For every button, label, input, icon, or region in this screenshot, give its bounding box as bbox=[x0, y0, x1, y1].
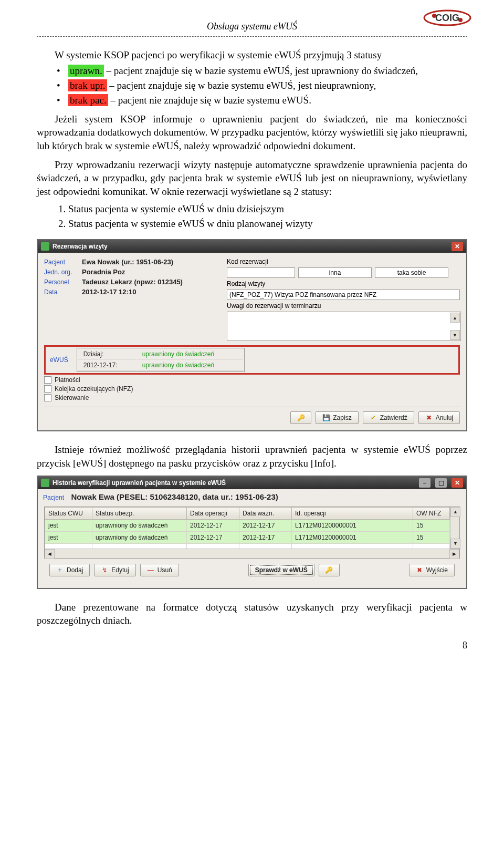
check-icon: ✔ bbox=[370, 414, 377, 421]
col-data-operacji[interactable]: Data operacji bbox=[187, 507, 239, 519]
bullet-status-brak-pac: brak pac. – pacjent nie znajduje się w b… bbox=[68, 95, 467, 106]
edit-icon: ↯ bbox=[101, 566, 108, 574]
label-personel: Personel bbox=[44, 278, 78, 286]
minimize-icon[interactable]: – bbox=[419, 478, 430, 488]
plus-icon: ＋ bbox=[56, 566, 64, 574]
bullet-status-brak-upr: brak upr. – pacjent znajduje się w bazie… bbox=[68, 80, 467, 91]
ewus-today-label: Dzisiaj: bbox=[78, 349, 136, 359]
platnosci-checkbox[interactable] bbox=[44, 376, 51, 384]
reservation-title: Rezerwacja wizyty bbox=[52, 243, 108, 250]
key-button[interactable]: 🔑 bbox=[290, 411, 311, 424]
ewus-date-value: uprawniony do świadczeń bbox=[137, 360, 243, 370]
wyjscie-button[interactable]: ✖Wyjście bbox=[409, 564, 455, 576]
usun-button[interactable]: —Usuń bbox=[140, 564, 179, 576]
reservation-titlebar[interactable]: Rezerwacja wizyty ✕ bbox=[38, 240, 466, 253]
history-window: Historia weryfikacji uprawnień pacjenta … bbox=[37, 476, 467, 589]
inna-input[interactable] bbox=[298, 267, 372, 278]
scroll-up-icon[interactable]: ▲ bbox=[450, 507, 460, 517]
window-icon bbox=[41, 242, 49, 251]
kolejka-label: Kolejka oczekujących (NFZ) bbox=[55, 385, 133, 392]
ewus-today-value: uprawniony do świadczeń bbox=[137, 349, 243, 359]
label-rodzaj: Rodzaj wizyty bbox=[227, 280, 295, 287]
platnosci-label: Płatności bbox=[55, 376, 80, 384]
history-title: Historia weryfikacji uprawnień pacjenta … bbox=[52, 479, 226, 487]
col-id-operacji[interactable]: Id. operacji bbox=[292, 507, 413, 519]
paragraph-5: Dane prezentowane na formatce dotyczą st… bbox=[37, 601, 467, 627]
bullet-status-uprawn: uprawn. – pacjent znajduje się w bazie s… bbox=[68, 65, 467, 77]
paragraph-2: Jeżeli system KSOP informuje o uprawnien… bbox=[37, 112, 467, 153]
value-data: 2012-12-17 12:10 bbox=[82, 288, 136, 296]
page-number: 8 bbox=[37, 640, 467, 651]
scroll-left-icon[interactable]: ◀ bbox=[45, 549, 55, 559]
value-personel: Tadeusz Lekarz (npwz: 012345) bbox=[82, 278, 183, 286]
scroll-up-icon[interactable]: ▲ bbox=[450, 313, 460, 323]
label-jedn: Jedn. org. bbox=[44, 268, 78, 276]
coig-logo: COIG bbox=[423, 5, 472, 33]
kod-input[interactable] bbox=[227, 267, 295, 278]
paragraph-4: Istnieje również możliwość przeglądania … bbox=[37, 443, 467, 470]
svg-text:COIG: COIG bbox=[435, 13, 459, 23]
col-status-cwu[interactable]: Status CWU bbox=[45, 507, 92, 519]
skierowanie-label: Skierowanie bbox=[55, 394, 89, 401]
key-icon: 🔑 bbox=[326, 566, 333, 574]
reservation-window: Rezerwacja wizyty ✕ PacjentEwa Nowak (ur… bbox=[37, 239, 467, 431]
col-ow-nfz[interactable]: OW NFZ bbox=[413, 507, 450, 519]
key-icon: 🔑 bbox=[297, 414, 304, 421]
close-icon: ✖ bbox=[416, 566, 423, 574]
sprawdz-button[interactable]: Sprawdź w eWUŚ bbox=[248, 564, 314, 576]
table-row[interactable]: jestuprawniony do świadczeń2012-12-17201… bbox=[45, 519, 450, 531]
ewus-date-label: 2012-12-17: bbox=[78, 360, 136, 370]
save-icon: 💾 bbox=[322, 414, 330, 421]
table-row[interactable]: jestuprawniony do świadczeń2012-12-17201… bbox=[45, 531, 450, 543]
close-icon[interactable]: ✕ bbox=[452, 478, 463, 488]
taka-input[interactable] bbox=[375, 267, 448, 278]
minus-icon: — bbox=[147, 566, 154, 574]
label-pacjent: Pacjent bbox=[44, 259, 78, 266]
maximize-icon[interactable]: ▢ bbox=[435, 478, 447, 488]
rodzaj-input[interactable] bbox=[227, 290, 460, 300]
label-kod-rezerwacji: Kod rezerwacji bbox=[227, 258, 295, 265]
header-divider bbox=[37, 36, 467, 37]
grid-vscrollbar[interactable]: ▲ ▼ bbox=[450, 507, 459, 549]
kolejka-checkbox[interactable] bbox=[44, 385, 51, 392]
value-jedn: Poradnia Poz bbox=[82, 268, 125, 276]
scroll-down-icon[interactable]: ▼ bbox=[450, 539, 460, 549]
numlist-item-2: Status pacjenta w systemie eWUŚ w dniu p… bbox=[68, 218, 467, 230]
zapisz-button[interactable]: 💾Zapisz bbox=[316, 411, 358, 424]
cancel-icon: ✖ bbox=[425, 414, 433, 421]
key-button-2[interactable]: 🔑 bbox=[319, 564, 340, 576]
uwagi-textarea[interactable]: ▲ ▼ bbox=[227, 312, 461, 341]
skierowanie-checkbox[interactable] bbox=[44, 394, 51, 401]
scroll-right-icon[interactable]: ▶ bbox=[449, 549, 459, 559]
grid-hscrollbar[interactable]: ◀ ▶ bbox=[45, 549, 459, 558]
intro-paragraph: W systemie KSOP pacjenci po weryfikacji … bbox=[37, 48, 467, 62]
anuluj-button[interactable]: ✖Anuluj bbox=[418, 411, 460, 424]
ewus-label: eWUŚ bbox=[47, 354, 71, 366]
history-pacjent-value: Nowak Ewa (PESEL: 51062348120, data ur.:… bbox=[71, 492, 278, 501]
col-status-ubezp[interactable]: Status ubezp. bbox=[92, 507, 187, 519]
scroll-down-icon[interactable]: ▼ bbox=[450, 330, 460, 340]
dodaj-button[interactable]: ＋Dodaj bbox=[49, 564, 90, 576]
page-header-title: Obsługa systemu eWUŚ bbox=[207, 21, 297, 32]
window-icon bbox=[41, 479, 49, 487]
close-icon[interactable]: ✕ bbox=[452, 242, 463, 251]
history-titlebar[interactable]: Historia weryfikacji uprawnień pacjenta … bbox=[38, 477, 466, 489]
numlist-item-1: Status pacjenta w systemie eWUŚ w dniu d… bbox=[68, 203, 467, 215]
paragraph-3: Przy wprowadzaniu rezerwacji wizyty nast… bbox=[37, 158, 467, 199]
col-data-wazn[interactable]: Data ważn. bbox=[239, 507, 292, 519]
history-grid[interactable]: Status CWU Status ubezp. Data operacji D… bbox=[44, 507, 460, 559]
history-pacjent-label: Pacjent bbox=[43, 494, 64, 501]
label-data: Data bbox=[44, 288, 78, 296]
value-pacjent: Ewa Nowak (ur.: 1951-06-23) bbox=[82, 258, 173, 266]
zatwierdz-button[interactable]: ✔Zatwierdź bbox=[363, 411, 414, 424]
ewus-highlight-box: eWUŚ Dzisiaj:uprawniony do świadczeń 201… bbox=[44, 345, 460, 375]
edytuj-button[interactable]: ↯Edytuj bbox=[94, 564, 135, 576]
label-uwagi: Uwagi do rezerwacji w terminarzu bbox=[227, 302, 321, 309]
